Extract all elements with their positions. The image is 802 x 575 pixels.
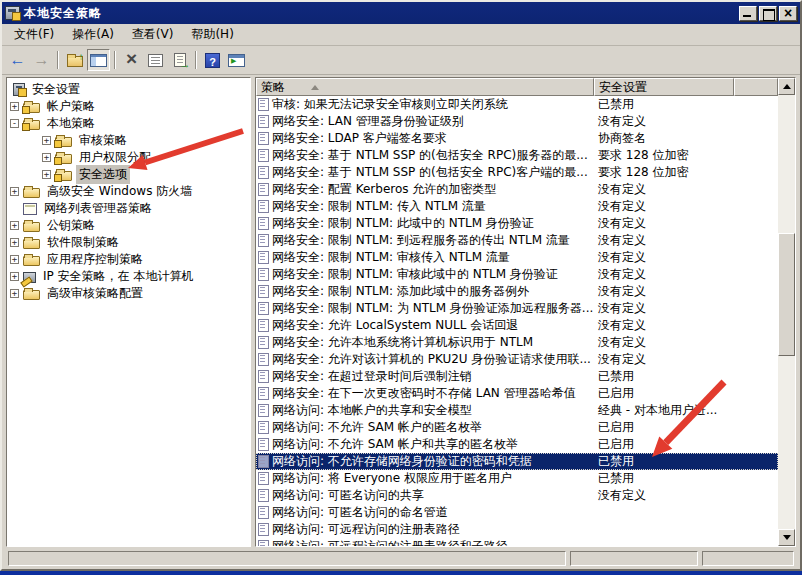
close-button[interactable]	[779, 6, 797, 21]
expand-icon[interactable]: +	[10, 221, 19, 230]
policy-row-7[interactable]: 网络安全: 限制 NTLM: 此域中的 NTLM 身份验证没有定义	[256, 215, 778, 232]
tree-item-audit-policy[interactable]: +审核策略	[7, 132, 250, 149]
export-list-button[interactable]	[168, 49, 191, 71]
policy-row-16[interactable]: 网络安全: 在超过登录时间后强制注销已禁用	[256, 368, 778, 385]
status-section-2	[702, 551, 794, 566]
policy-row-19[interactable]: 网络访问: 不允许 SAM 帐户的匿名枚举已启用	[256, 419, 778, 436]
column-header-setting-label: 安全设置	[599, 79, 647, 96]
policy-name: 网络安全: 允许 LocalSystem NULL 会话回退	[272, 317, 518, 334]
policy-cell: 网络安全: 基于 NTLM SSP 的(包括安全 RPC)服务器的最...	[256, 147, 594, 164]
expand-icon[interactable]: +	[10, 272, 19, 281]
tree-item-local-policies[interactable]: -本地策略	[7, 115, 250, 132]
expand-icon[interactable]: +	[42, 170, 51, 179]
policy-cell: 网络安全: 限制 NTLM: 此域中的 NTLM 身份验证	[256, 215, 594, 232]
tree-item-software-restriction-policies[interactable]: +软件限制策略	[7, 234, 250, 251]
policy-list-panel: 策略 安全设置 审核: 如果无法记录安全审核则立即关闭系统已禁用网络安全: LA…	[255, 77, 796, 547]
security-setting-cell: 没有定义	[594, 249, 778, 266]
tree-item-security-settings-root[interactable]: 安全设置	[7, 81, 250, 98]
policy-cell: 网络安全: 允许对该计算机的 PKU2U 身份验证请求使用联...	[256, 351, 594, 368]
expand-icon[interactable]: +	[42, 153, 51, 162]
menu-item-1[interactable]: 操作(A)	[64, 24, 122, 45]
delete-button[interactable]	[120, 49, 143, 71]
policy-list: 审核: 如果无法记录安全审核则立即关闭系统已禁用网络安全: LAN 管理器身份验…	[256, 96, 778, 546]
policy-row-17[interactable]: 网络安全: 在下一次更改密码时不存储 LAN 管理器哈希值已启用	[256, 385, 778, 402]
policy-row-11[interactable]: 网络安全: 限制 NTLM: 添加此域中的服务器例外没有定义	[256, 283, 778, 300]
policy-row-5[interactable]: 网络安全: 配置 Kerberos 允许的加密类型没有定义	[256, 181, 778, 198]
security-setting-cell: 没有定义	[594, 351, 778, 368]
policy-row-18[interactable]: 网络访问: 本地帐户的共享和安全模型经典 - 对本地用户进...	[256, 402, 778, 419]
policy-document-icon	[258, 353, 269, 366]
expand-icon[interactable]: +	[10, 238, 19, 247]
tree-item-user-rights-assignment[interactable]: +用户权限分配	[7, 149, 250, 166]
back-button[interactable]	[6, 49, 29, 71]
policy-row-10[interactable]: 网络安全: 限制 NTLM: 审核此域中的 NTLM 身份验证没有定义	[256, 266, 778, 283]
forward-button[interactable]	[30, 49, 53, 71]
toolbar-separator	[57, 51, 59, 69]
folder-icon	[23, 290, 40, 300]
menu-item-0[interactable]: 文件(F)	[6, 24, 62, 45]
policy-row-21[interactable]: 网络访问: 不允许存储网络身份验证的密码和凭据已禁用	[256, 453, 778, 470]
policy-row-1[interactable]: 网络安全: LAN 管理器身份验证级别没有定义	[256, 113, 778, 130]
policy-name: 网络安全: LDAP 客户端签名要求	[272, 130, 447, 147]
column-header-policy[interactable]: 策略	[256, 78, 594, 96]
policy-row-25[interactable]: 网络访问: 可远程访问的注册表路径	[256, 521, 778, 538]
expand-icon[interactable]: +	[10, 187, 19, 196]
tree-item-account-policies[interactable]: +帐户策略	[7, 98, 250, 115]
tree-item-network-list-manager[interactable]: 网络列表管理器策略	[7, 200, 250, 217]
tree-item-advanced-audit-policy[interactable]: +高级审核策略配置	[7, 285, 250, 302]
expand-icon[interactable]: +	[10, 102, 19, 111]
policy-row-12[interactable]: 网络安全: 限制 NTLM: 为 NTLM 身份验证添加远程服务器...没有定义	[256, 300, 778, 317]
security-setting-cell: 没有定义	[594, 334, 778, 351]
policy-name: 网络安全: 允许本地系统将计算机标识用于 NTLM	[272, 334, 533, 351]
expand-icon[interactable]: +	[10, 255, 19, 264]
policy-row-8[interactable]: 网络安全: 限制 NTLM: 到远程服务器的传出 NTLM 流量没有定义	[256, 232, 778, 249]
expand-icon[interactable]: +	[42, 136, 51, 145]
maximize-button[interactable]	[759, 6, 777, 21]
policy-cell: 网络安全: 限制 NTLM: 为 NTLM 身份验证添加远程服务器...	[256, 300, 594, 317]
new-window-button[interactable]	[225, 49, 248, 71]
console-tree-button[interactable]	[87, 49, 110, 71]
policy-name: 网络安全: 在超过登录时间后强制注销	[272, 368, 472, 385]
policy-row-15[interactable]: 网络安全: 允许对该计算机的 PKU2U 身份验证请求使用联...没有定义	[256, 351, 778, 368]
policy-row-4[interactable]: 网络安全: 基于 NTLM SSP 的(包括安全 RPC)客户端的最...要求 …	[256, 164, 778, 181]
title-bar[interactable]: 本地安全策略	[2, 2, 800, 24]
tree-item-public-key-policies[interactable]: +公钥策略	[7, 217, 250, 234]
console-tree-icon	[90, 54, 107, 67]
tree-item-ip-security-policies[interactable]: +IP 安全策略，在 本地计算机	[7, 268, 250, 285]
policy-row-0[interactable]: 审核: 如果无法记录安全审核则立即关闭系统已禁用	[256, 96, 778, 113]
policy-row-24[interactable]: 网络访问: 可匿名访问的命名管道	[256, 504, 778, 521]
tree-item-security-options[interactable]: +安全选项	[7, 166, 250, 183]
policy-row-13[interactable]: 网络安全: 允许 LocalSystem NULL 会话回退没有定义	[256, 317, 778, 334]
policy-cell: 网络访问: 不允许 SAM 帐户的匿名枚举	[256, 419, 594, 436]
up-one-level-button[interactable]	[63, 49, 86, 71]
policy-row-3[interactable]: 网络安全: 基于 NTLM SSP 的(包括安全 RPC)服务器的最...要求 …	[256, 147, 778, 164]
security-setting-cell: 已禁用	[594, 470, 778, 487]
tree-item-label[interactable]: 高级审核策略配置	[44, 284, 146, 303]
vertical-scrollbar[interactable]	[778, 78, 795, 546]
tree-item-windows-firewall-advanced[interactable]: +高级安全 Windows 防火墙	[7, 183, 250, 200]
menu-item-3[interactable]: 帮助(H)	[183, 24, 241, 45]
policy-name: 网络访问: 可远程访问的注册表路径	[272, 521, 460, 538]
minimize-button[interactable]	[739, 6, 757, 21]
menu-item-2[interactable]: 查看(V)	[124, 24, 182, 45]
help-button[interactable]	[201, 49, 224, 71]
policy-row-22[interactable]: 网络访问: 将 Everyone 权限应用于匿名用户已禁用	[256, 470, 778, 487]
policy-row-6[interactable]: 网络安全: 限制 NTLM: 传入 NTLM 流量没有定义	[256, 198, 778, 215]
scroll-up-button[interactable]	[778, 78, 795, 95]
policy-row-23[interactable]: 网络访问: 可匿名访问的共享没有定义	[256, 487, 778, 504]
policy-name: 网络安全: 限制 NTLM: 审核传入 NTLM 流量	[272, 249, 510, 266]
scrollbar-thumb[interactable]	[778, 233, 795, 356]
policy-row-2[interactable]: 网络安全: LDAP 客户端签名要求协商签名	[256, 130, 778, 147]
policy-row-9[interactable]: 网络安全: 限制 NTLM: 审核传入 NTLM 流量没有定义	[256, 249, 778, 266]
policy-row-14[interactable]: 网络安全: 允许本地系统将计算机标识用于 NTLM没有定义	[256, 334, 778, 351]
scroll-down-button[interactable]	[778, 529, 795, 546]
tree-item-application-control-policies[interactable]: +应用程序控制策略	[7, 251, 250, 268]
expand-icon[interactable]: +	[10, 289, 19, 298]
properties-button[interactable]	[144, 49, 167, 71]
policy-row-20[interactable]: 网络访问: 不允许 SAM 帐户和共享的匿名枚举已启用	[256, 436, 778, 453]
security-setting-cell: 没有定义	[594, 181, 778, 198]
collapse-icon[interactable]: -	[10, 119, 19, 128]
column-header-setting[interactable]: 安全设置	[594, 78, 734, 96]
policy-name: 网络访问: 可远程访问的注册表路径和子路径	[272, 538, 508, 546]
policy-row-26[interactable]: 网络访问: 可远程访问的注册表路径和子路径	[256, 538, 778, 546]
